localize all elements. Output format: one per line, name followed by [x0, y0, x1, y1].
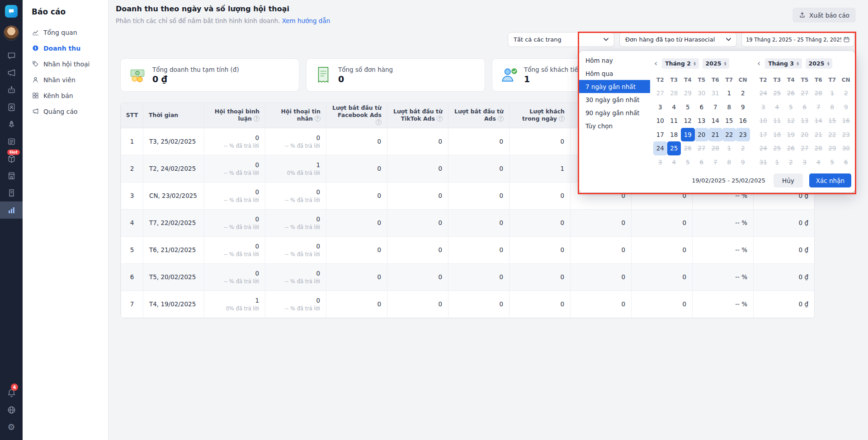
- money-icon: [128, 66, 147, 84]
- user-avatar[interactable]: [4, 25, 19, 41]
- export-report-button[interactable]: Xuất báo cáo: [793, 8, 856, 23]
- table-cell: 0-- % đã trả lời: [204, 128, 265, 155]
- info-icon[interactable]: ?: [559, 116, 565, 122]
- rocket-icon[interactable]: [0, 116, 23, 133]
- bell-icon[interactable]: 4: [0, 388, 23, 398]
- day-cell[interactable]: 11: [667, 114, 681, 128]
- order-source-dropdown[interactable]: Đơn hàng đã tạo từ Harasocial: [619, 32, 737, 47]
- day-cell[interactable]: 4: [667, 100, 681, 114]
- day-cell: 24: [756, 141, 770, 155]
- day-cell[interactable]: 15: [722, 114, 736, 128]
- info-icon[interactable]: ?: [498, 116, 504, 122]
- table-cell: 2: [121, 155, 143, 182]
- globe-icon[interactable]: [0, 405, 23, 415]
- harasocial-logo[interactable]: [5, 5, 18, 18]
- day-cell[interactable]: 19: [681, 128, 695, 142]
- info-icon[interactable]: ?: [254, 116, 259, 122]
- preset-option[interactable]: 30 ngày gần nhất: [579, 93, 650, 106]
- preset-option[interactable]: Hôm nay: [579, 54, 650, 67]
- date-range-input[interactable]: 19 Tháng 2, 2025 - 25 Tháng 2, 2025: [741, 32, 854, 47]
- sidebar-item-ads[interactable]: Quảng cáo: [23, 103, 108, 119]
- shop-icon[interactable]: [0, 167, 23, 184]
- table-cell: 0-- % đã trả lời: [265, 236, 326, 263]
- weekday-label: T7: [826, 75, 840, 85]
- day-cell[interactable]: 3: [653, 100, 667, 114]
- year-select[interactable]: 2025▲▼: [806, 58, 832, 69]
- prev-month-chevron[interactable]: ‹: [756, 59, 761, 67]
- day-cell: 31: [756, 155, 770, 169]
- info-icon[interactable]: ?: [376, 119, 382, 125]
- sidebar-item-overview[interactable]: Tổng quan: [23, 24, 108, 40]
- invoice-icon[interactable]: [0, 184, 23, 201]
- day-cell[interactable]: 21: [708, 128, 722, 142]
- month-select[interactable]: Tháng 2▲▼: [662, 58, 698, 69]
- day-cell[interactable]: 20: [695, 128, 709, 142]
- day-cell: 27: [695, 141, 709, 155]
- table-cell: 6: [121, 263, 143, 290]
- day-cell: 20: [798, 128, 812, 142]
- table-cell: T5, 20/02/2025: [143, 263, 204, 290]
- weekday-row: T2T3T4T5T6T7CN: [653, 75, 750, 85]
- day-cell: 1: [770, 155, 784, 169]
- day-cell[interactable]: 6: [695, 100, 709, 114]
- help-link[interactable]: Xem hướng dẫn: [282, 17, 330, 24]
- weekday-label: T4: [681, 75, 695, 85]
- bot-icon[interactable]: [0, 81, 23, 98]
- day-cell: 2: [784, 155, 798, 169]
- day-cell[interactable]: 12: [681, 114, 695, 128]
- day-cell: 25: [770, 86, 784, 100]
- table-cell: 0: [448, 263, 509, 290]
- preset-option[interactable]: 90 ngày gần nhất: [579, 106, 650, 119]
- preset-option[interactable]: Tùy chọn: [579, 119, 650, 132]
- analytics-icon[interactable]: [0, 201, 23, 219]
- day-cell[interactable]: 16: [736, 114, 750, 128]
- confirm-button[interactable]: Xác nhận: [809, 173, 851, 187]
- chat-icon[interactable]: [0, 47, 23, 64]
- preset-option[interactable]: 7 ngày gần nhất: [579, 80, 650, 93]
- day-cell[interactable]: 7: [708, 100, 722, 114]
- column-header: STT: [121, 103, 143, 128]
- day-cell[interactable]: 24: [653, 141, 667, 155]
- sidebar-item-sales-channels[interactable]: Kênh bán: [23, 88, 108, 103]
- info-icon[interactable]: ?: [315, 116, 321, 122]
- month-select[interactable]: Tháng 3▲▼: [765, 58, 802, 69]
- gear-icon[interactable]: ⚙: [0, 422, 23, 432]
- day-cell[interactable]: 22: [722, 128, 736, 142]
- table-cell: 0: [632, 290, 693, 318]
- table-cell: 0: [326, 290, 387, 318]
- table-cell: 5: [121, 236, 143, 263]
- day-cell[interactable]: 14: [708, 114, 722, 128]
- sidebar-item-revenue[interactable]: Doanh thu: [23, 40, 108, 56]
- prev-month-chevron[interactable]: ‹: [653, 59, 658, 67]
- table-cell: 0: [509, 290, 571, 318]
- news-icon[interactable]: [0, 133, 23, 150]
- year-select[interactable]: 2025▲▼: [703, 58, 729, 69]
- day-cell[interactable]: 25: [667, 141, 681, 155]
- contacts-icon[interactable]: [0, 98, 23, 116]
- preset-option[interactable]: Hôm qua: [579, 67, 650, 80]
- cancel-button[interactable]: Hủy: [774, 173, 803, 187]
- day-cell[interactable]: 18: [667, 128, 681, 142]
- table-cell: 0-- % đã trả lời: [265, 209, 326, 236]
- sidebar-item-conversation-tags[interactable]: Nhãn hội thoại: [23, 56, 108, 72]
- report-sidebar: Báo cáo Tổng quan Doanh thu Nhãn hội tho…: [23, 0, 108, 440]
- day-cell[interactable]: 9: [736, 100, 750, 114]
- calendar-month-2: ‹ Tháng 3▲▼ 2025▲▼ T2T3T4T5T6T7CN 242526…: [756, 57, 853, 169]
- table-cell: 1: [121, 128, 143, 155]
- day-cell[interactable]: 23: [736, 128, 750, 142]
- table-cell: 0: [571, 236, 632, 263]
- day-cell[interactable]: 17: [653, 128, 667, 142]
- day-cell[interactable]: 2: [736, 86, 750, 100]
- day-cell[interactable]: 13: [695, 114, 709, 128]
- day-cell[interactable]: 10: [653, 114, 667, 128]
- megaphone-icon[interactable]: [0, 64, 23, 81]
- sidebar-item-staff[interactable]: Nhân viên: [23, 72, 108, 88]
- table-row: 7T4, 19/02/202510% đã trả lời0-- % đã tr…: [121, 290, 815, 318]
- day-cell[interactable]: 8: [722, 100, 736, 114]
- day-cell[interactable]: 5: [681, 100, 695, 114]
- calendar-header: ‹ Tháng 2▲▼ 2025▲▼: [653, 57, 750, 69]
- pages-dropdown[interactable]: Tất cả các trang: [508, 32, 614, 47]
- table-cell: 0-- % đã trả lời: [265, 128, 326, 155]
- info-icon[interactable]: ?: [437, 116, 443, 122]
- day-cell[interactable]: 1: [722, 86, 736, 100]
